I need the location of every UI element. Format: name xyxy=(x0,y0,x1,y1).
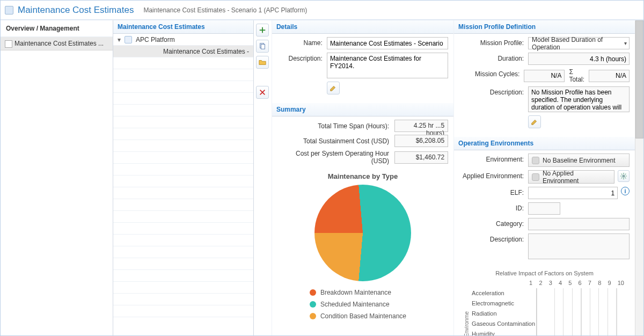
body: Overview / Management Maintenance Cost E… xyxy=(1,20,643,335)
edit-mission-desc-button[interactable] xyxy=(528,115,541,128)
tree-twisty-icon[interactable]: ▾ xyxy=(116,34,122,46)
cycles-value xyxy=(524,70,565,82)
plus-icon xyxy=(259,26,266,34)
legend-scheduled: Scheduled Maintenance xyxy=(310,301,448,308)
details-header: Details xyxy=(272,20,453,34)
folder-open-icon xyxy=(259,59,266,66)
info-icon[interactable]: i xyxy=(621,187,630,195)
tree-empty-row xyxy=(113,199,253,211)
tree-empty-row xyxy=(113,69,253,81)
chart-legend: Breakdown Maintenance Scheduled Maintena… xyxy=(277,289,448,320)
tree-empty-row xyxy=(113,116,253,128)
baseline-environment-value: No Baseline Environment xyxy=(543,157,615,164)
env-desc-label: Description: xyxy=(459,233,528,243)
cost-per-hour-value: $1,460.72 xyxy=(394,151,448,164)
factors-gridlines xyxy=(537,288,625,335)
mission-profile-label: Mission Profile: xyxy=(459,37,528,47)
tree-empty-row xyxy=(113,211,253,223)
tree-root[interactable]: ▾ APC Platform xyxy=(113,34,253,46)
name-input[interactable] xyxy=(327,37,448,49)
legend-swatch-icon xyxy=(310,301,316,308)
tree-empty-row xyxy=(113,140,253,152)
tree-panel: Maintenance Cost Estimates ▾ APC Platfor… xyxy=(113,20,254,335)
app-icon xyxy=(5,6,13,14)
left-nav-item-mce[interactable]: Maintenance Cost Estimates ... xyxy=(1,37,113,50)
app-window: Maintenance Cost Estimates Maintenance C… xyxy=(0,0,644,336)
env-category-label: Category: xyxy=(459,218,528,228)
chart-title: Maintenance by Type xyxy=(277,172,448,180)
factors-chart: Relative Impact of Factors on System 1 2… xyxy=(459,270,630,335)
tree-empty-row xyxy=(113,223,253,235)
timespan-value: 4.25 hr ...5 hours) xyxy=(394,120,448,132)
description-input[interactable] xyxy=(327,53,448,78)
factors-title: Relative Impact of Factors on System xyxy=(464,270,625,276)
chevron-down-icon: ▾ xyxy=(624,40,627,46)
openv-header: Operating Environments xyxy=(454,137,635,150)
env-id-value xyxy=(528,202,560,215)
factors-y-axis-label: Environme xyxy=(464,311,470,335)
tree-empty-row xyxy=(113,57,253,69)
pencil-icon xyxy=(330,84,337,92)
tree-empty-row xyxy=(113,270,253,282)
env-desc-value xyxy=(528,233,630,259)
timespan-label: Total Time Span (Hours): xyxy=(277,122,394,130)
elf-label: ELF: xyxy=(459,187,528,196)
add-button[interactable] xyxy=(256,24,269,36)
pie-chart xyxy=(277,185,448,281)
summary-header: Summary xyxy=(272,103,453,116)
mission-desc-label: Description: xyxy=(459,86,528,96)
applied-environment-button[interactable]: No Applied Environment xyxy=(528,170,614,184)
legend-swatch-icon xyxy=(310,289,316,296)
name-label: Name: xyxy=(277,37,327,47)
cycles-label: Mission Cycles: xyxy=(459,68,524,78)
content-area: Details Name: Description: xyxy=(254,20,643,335)
environment-icon xyxy=(532,157,539,164)
pie-graphic xyxy=(314,185,411,281)
sigma-total-label: Σ Total: xyxy=(569,68,584,83)
main-area: Maintenance Cost Estimates ▾ APC Platfor… xyxy=(113,20,643,335)
tree-empty-row xyxy=(113,152,253,164)
tree-empty-row xyxy=(113,187,253,199)
environment-label: Environment: xyxy=(459,154,528,163)
cost-per-hour-label: Cost per System Operating Hour (USD) xyxy=(277,150,394,165)
page-subtitle: Maintenance Cost Estimates - Scenario 1 … xyxy=(143,6,307,14)
svg-point-2 xyxy=(622,174,625,177)
factors-row-labels: Acceleration Electromagnetic Radiation G… xyxy=(472,288,536,335)
elf-input[interactable] xyxy=(528,187,618,199)
edit-description-button[interactable] xyxy=(327,82,340,94)
tree-panel-header: Maintenance Cost Estimates xyxy=(113,20,253,34)
tree-empty-row xyxy=(113,176,253,187)
vertical-scrollbar[interactable] xyxy=(635,20,643,335)
open-button[interactable] xyxy=(256,56,269,69)
tree[interactable]: ▾ APC Platform Maintenance Cost Estimate… xyxy=(113,34,253,335)
scrollbar-thumb[interactable] xyxy=(635,20,643,138)
baseline-environment-button[interactable]: No Baseline Environment xyxy=(528,154,630,167)
copy-icon xyxy=(259,42,266,50)
environment-icon xyxy=(532,173,539,181)
description-label: Description: xyxy=(277,53,327,62)
sigma-total-value xyxy=(589,70,630,82)
tree-empty-row xyxy=(113,81,253,93)
details-section: Name: Description: xyxy=(272,34,453,103)
tree-child-selected[interactable]: Maintenance Cost Estimates - xyxy=(113,46,253,57)
duration-label: Duration: xyxy=(459,53,528,62)
gear-icon xyxy=(620,172,627,180)
tree-empty-row xyxy=(113,164,253,176)
left-nav-header: Overview / Management xyxy=(1,20,113,37)
sustainment-value: $6,208.05 xyxy=(394,135,448,147)
mission-profile-select[interactable]: Model Based Duration of Operation ▾ xyxy=(528,37,630,49)
details-summary-column: Details Name: Description: xyxy=(272,20,453,335)
right-column: Mission Profile Definition Mission Profi… xyxy=(453,20,635,335)
svg-rect-1 xyxy=(261,45,265,49)
tree-empty-row xyxy=(113,282,253,294)
env-id-label: ID: xyxy=(459,202,528,212)
tree-empty-row xyxy=(113,235,253,246)
legend-swatch-icon xyxy=(310,313,316,319)
tree-empty-row xyxy=(113,93,253,105)
toolbar xyxy=(254,20,272,335)
tree-empty-row xyxy=(113,105,253,116)
delete-button[interactable] xyxy=(256,86,269,99)
environment-settings-button[interactable] xyxy=(618,170,630,182)
env-category-value xyxy=(528,218,630,230)
copy-button[interactable] xyxy=(256,40,269,53)
